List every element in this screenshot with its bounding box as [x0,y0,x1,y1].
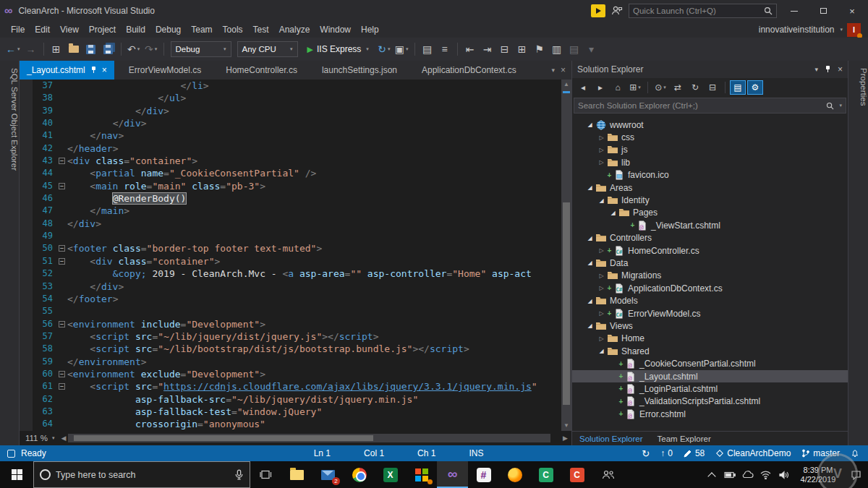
editor-tab--layout-cshtml[interactable]: _Layout.cshtml× [20,61,114,80]
undo-icon[interactable]: ↶▾ [126,40,142,58]
toolbar-overflow-icon[interactable]: ▾ [584,40,600,58]
show-all-files-icon[interactable]: ▤ [730,80,746,95]
expand-region-icon[interactable]: ⊞ [514,40,530,58]
decrease-indent-icon[interactable]: ⇤ [462,40,478,58]
editor-tab-errorviewmodel-cs[interactable]: ErrorViewModel.cs [122,61,208,80]
close-panel-icon[interactable]: × [838,64,843,74]
fold-gutter[interactable] [57,343,67,355]
fold-gutter[interactable]: − [57,380,67,393]
breakpoint-gutter[interactable] [20,230,33,242]
refresh-icon[interactable]: ↻▾ [376,40,392,58]
menu-debug[interactable]: Debug [150,22,186,38]
code-line-46[interactable]: 46 @RenderBody() [20,192,561,205]
collapse-region-icon[interactable]: ⊟ [497,40,513,58]
taskbar-app-green-c[interactable]: C [530,461,561,488]
tree-item-applicationdbcontext-cs[interactable]: ▷+ApplicationDbContext.cs [572,282,848,294]
fold-gutter[interactable] [57,142,67,155]
taskbar-app-visual-studio[interactable]: ∞ [437,461,468,488]
fold-gutter[interactable] [57,356,67,368]
tree-item-wwwroot[interactable]: ◢wwwroot [572,119,848,131]
fold-gutter[interactable] [57,105,67,117]
fold-gutter[interactable] [57,305,67,317]
breakpoint-gutter[interactable] [20,293,33,305]
tree-item--layout-cshtml[interactable]: +_Layout.cshtml [572,370,848,382]
code-editor[interactable]: 37 </li>38 </ul>39 </div>40 </div>41 </n… [20,80,571,431]
tree-item--cookieconsentpartial-cshtml[interactable]: +_CookieConsentPartial.cshtml [572,357,848,369]
collapse-region-icon[interactable]: − [59,371,65,377]
code-line-62[interactable]: 62 asp-fallback-src="~/lib/jquery/dist/j… [20,393,561,406]
collapse-arrow-icon[interactable]: ◢ [597,348,606,354]
breakpoint-gutter[interactable] [20,205,33,217]
menu-tools[interactable]: Tools [218,22,248,38]
breakpoint-gutter[interactable] [20,330,33,343]
tree-item-homecontroller-cs[interactable]: ▷+HomeController.cs [572,244,848,257]
tree-item-errorviewmodel-cs[interactable]: ▷+ErrorViewModel.cs [572,307,848,320]
tray-battery[interactable] [720,461,739,488]
increase-indent-icon[interactable]: ⇥ [480,40,495,58]
refresh-icon[interactable]: ↻ [687,80,703,95]
scroll-left-icon[interactable]: ◀ [59,435,68,442]
vertical-scroll-thumb[interactable] [563,202,570,405]
menu-edit[interactable]: Edit [30,22,55,38]
sidebar-tab-properties[interactable]: Properties [848,61,868,445]
tree-item-areas[interactable]: ◢Areas [572,181,848,194]
fold-gutter[interactable] [57,393,67,406]
pin-icon[interactable] [825,65,831,74]
fold-gutter[interactable] [57,205,67,217]
tree-item-lib[interactable]: ▷lib [572,156,848,168]
feedback-icon[interactable] [591,4,605,17]
fold-gutter[interactable] [57,330,67,343]
fold-gutter[interactable] [57,218,67,230]
menu-window[interactable]: Window [315,22,356,38]
expand-arrow-icon[interactable]: ▷ [597,159,606,166]
breakpoint-gutter[interactable] [20,142,33,155]
tree-item-js[interactable]: ▷js [572,144,848,156]
collapse-arrow-icon[interactable]: ◢ [585,298,595,304]
code-line-47[interactable]: 47 </main> [20,205,561,217]
tree-item-css[interactable]: ▷css [572,131,848,143]
taskbar-app-excel[interactable]: X [375,461,406,488]
tray-wifi[interactable] [757,461,775,488]
code-line-64[interactable]: 64 crossorigin="anonymous" [20,418,561,430]
code-line-50[interactable]: 50−<footer class="border-top footer text… [20,242,561,254]
toggle-bookmark-icon[interactable]: ⚑ [532,40,548,58]
fold-gutter[interactable]: − [57,155,67,167]
tree-item-controllers[interactable]: ◢Controllers [572,232,848,244]
taskbar-app-mail[interactable]: 2 [312,461,344,488]
breakpoint-gutter[interactable] [20,356,33,368]
breakpoint-gutter[interactable] [20,242,33,254]
breakpoint-gutter[interactable] [20,305,33,317]
breakpoint-gutter[interactable] [20,368,33,380]
pending-changes-filter-icon[interactable]: ⊙▾ [652,80,668,95]
breakpoint-gutter[interactable] [20,218,33,230]
code-line-63[interactable]: 63 asp-fallback-test="window.jQuery" [20,406,561,418]
code-line-51[interactable]: 51− <div class="container"> [20,255,561,267]
menu-view[interactable]: View [55,22,84,38]
taskbar-search[interactable] [33,461,250,488]
code-line-43[interactable]: 43−<div class="container"> [20,155,561,167]
new-project-icon[interactable]: ⊞ [48,40,64,58]
breakpoint-gutter[interactable] [20,343,33,355]
collapse-arrow-icon[interactable]: ◢ [585,235,595,241]
notifications-bell-icon[interactable] [851,449,859,458]
taskbar-app-slack[interactable]: # [468,461,499,488]
taskbar-app-orange-c[interactable]: C [561,461,592,488]
tray-expand-button[interactable] [702,461,720,488]
tree-item-shared[interactable]: ◢Shared [572,345,848,357]
tree-item-migrations[interactable]: ▷Migrations [572,270,848,282]
breakpoint-gutter[interactable] [20,167,33,179]
send-feedback-person-icon[interactable] [611,5,623,17]
collapse-region-icon[interactable]: − [59,258,65,265]
fold-gutter[interactable] [57,406,67,418]
fold-gutter[interactable] [57,418,67,430]
tab-team-explorer[interactable]: Team Explorer [650,432,718,446]
tray-volume[interactable] [775,461,793,488]
code-line-59[interactable]: 59</environment> [20,356,561,368]
fold-gutter[interactable] [57,267,67,280]
breakpoint-gutter[interactable] [20,406,33,418]
save-icon[interactable] [83,40,99,58]
sidebar-tab-sql-server-object-explorer[interactable]: SQL Server Object Explorer [0,61,20,445]
code-line-37[interactable]: 37 </li> [20,80,561,92]
fold-gutter[interactable] [57,80,67,92]
breakpoint-gutter[interactable] [20,105,33,117]
